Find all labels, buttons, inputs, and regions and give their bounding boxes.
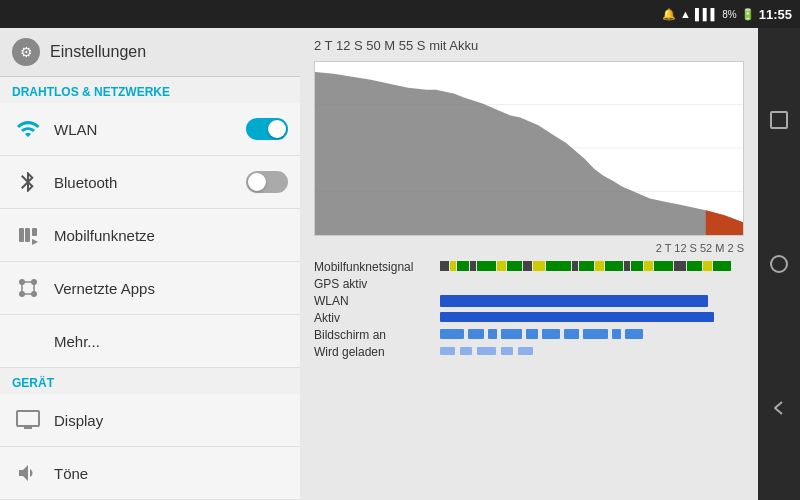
chart-time-label: 2 T 12 S 52 M 2 S xyxy=(314,242,744,254)
menu-item-mobilfunk[interactable]: ▶ Mobilfunknetze xyxy=(0,209,300,262)
battery-title: 2 T 12 S 50 M 55 S mit Akku xyxy=(314,38,744,53)
status-bar: 🔔 ▲ ▌▌▌ 8% 🔋 11:55 xyxy=(0,0,800,28)
home-button[interactable] xyxy=(761,246,797,282)
content-area: 2 T 12 S 50 M 55 S mit Akku 2 T 12 S 52 … xyxy=(300,28,758,500)
battery-percent: 8% xyxy=(722,9,736,20)
wlan-toggle[interactable] xyxy=(246,118,288,140)
wifi-icon xyxy=(12,113,44,145)
menu-item-display[interactable]: Display xyxy=(0,394,300,447)
display-label: Display xyxy=(54,412,288,429)
wlan-usage-label: WLAN xyxy=(314,294,434,308)
mobilfunk-label: Mobilfunknetze xyxy=(54,227,288,244)
right-nav xyxy=(758,28,800,500)
wlan-toggle-knob xyxy=(268,120,286,138)
section-wireless: DRAHTLOS & NETZWERKE xyxy=(0,77,300,103)
usage-section: Mobilfunknetsignal xyxy=(314,260,744,359)
apps-icon xyxy=(12,272,44,304)
status-icons: 🔔 ▲ ▌▌▌ 8% 🔋 11:55 xyxy=(662,7,792,22)
alarm-icon: 🔔 xyxy=(662,8,676,21)
svg-rect-0 xyxy=(19,228,24,242)
mehr-spacer xyxy=(12,325,44,357)
bluetooth-toggle[interactable] xyxy=(246,171,288,193)
mobile-network-icon: ▶ xyxy=(12,219,44,251)
aktiv-bar-container xyxy=(440,312,744,324)
mobilfunk-usage-label: Mobilfunknetsignal xyxy=(314,260,434,274)
svg-rect-1 xyxy=(25,228,30,242)
usage-row-gps: GPS aktiv xyxy=(314,277,744,291)
menu-item-vernetzte-apps[interactable]: Vernetzte Apps xyxy=(0,262,300,315)
settings-gear-icon: ⚙ xyxy=(12,38,40,66)
geladen-bar-container xyxy=(440,346,744,358)
menu-item-bluetooth[interactable]: Bluetooth xyxy=(0,156,300,209)
battery-icon: 🔋 xyxy=(741,8,755,21)
status-time: 11:55 xyxy=(759,7,792,22)
menu-item-wlan[interactable]: WLAN xyxy=(0,103,300,156)
usage-row-mobilfunk: Mobilfunknetsignal xyxy=(314,260,744,274)
bluetooth-toggle-knob xyxy=(248,173,266,191)
recent-apps-button[interactable] xyxy=(761,102,797,138)
signal-icon: ▌▌▌ xyxy=(695,8,718,20)
aktiv-bar-fill xyxy=(440,312,714,322)
usage-row-geladen: Wird geladen xyxy=(314,345,744,359)
geladen-label: Wird geladen xyxy=(314,345,434,359)
back-button[interactable] xyxy=(761,390,797,426)
svg-point-26 xyxy=(771,256,787,272)
svg-text:▶: ▶ xyxy=(32,237,39,246)
battery-chart xyxy=(314,61,744,236)
svg-rect-2 xyxy=(32,228,37,236)
gps-label: GPS aktiv xyxy=(314,277,434,291)
section-device: GERÄT xyxy=(0,368,300,394)
main-layout: ⚙ Einstellungen DRAHTLOS & NETZWERKE WLA… xyxy=(0,28,800,500)
wifi-status-icon: ▲ xyxy=(680,8,691,20)
bildschirm-bar-container xyxy=(440,329,744,341)
mehr-label: Mehr... xyxy=(54,333,288,350)
bluetooth-label: Bluetooth xyxy=(54,174,236,191)
display-icon xyxy=(12,404,44,436)
sound-icon xyxy=(12,457,44,489)
menu-item-toene[interactable]: Töne xyxy=(0,447,300,500)
bluetooth-icon xyxy=(12,166,44,198)
svg-rect-12 xyxy=(17,411,39,426)
usage-row-bildschirm: Bildschirm an xyxy=(314,328,744,342)
wlan-usage-bar xyxy=(440,295,744,307)
bildschirm-label: Bildschirm an xyxy=(314,328,434,342)
mobilfunk-signal-bar xyxy=(440,261,744,273)
menu-item-mehr[interactable]: Mehr... xyxy=(0,315,300,368)
gps-bar xyxy=(440,278,744,290)
wlan-label: WLAN xyxy=(54,121,236,138)
svg-rect-13 xyxy=(24,427,32,429)
toene-label: Töne xyxy=(54,465,288,482)
svg-rect-25 xyxy=(771,112,787,128)
settings-header: ⚙ Einstellungen xyxy=(0,28,300,77)
usage-row-wlan: WLAN xyxy=(314,294,744,308)
vernetzte-apps-label: Vernetzte Apps xyxy=(54,280,288,297)
settings-title: Einstellungen xyxy=(50,43,146,61)
usage-row-aktiv: Aktiv xyxy=(314,311,744,325)
aktiv-label: Aktiv xyxy=(314,311,434,325)
wlan-bar-fill xyxy=(440,295,708,307)
sidebar: ⚙ Einstellungen DRAHTLOS & NETZWERKE WLA… xyxy=(0,28,300,500)
